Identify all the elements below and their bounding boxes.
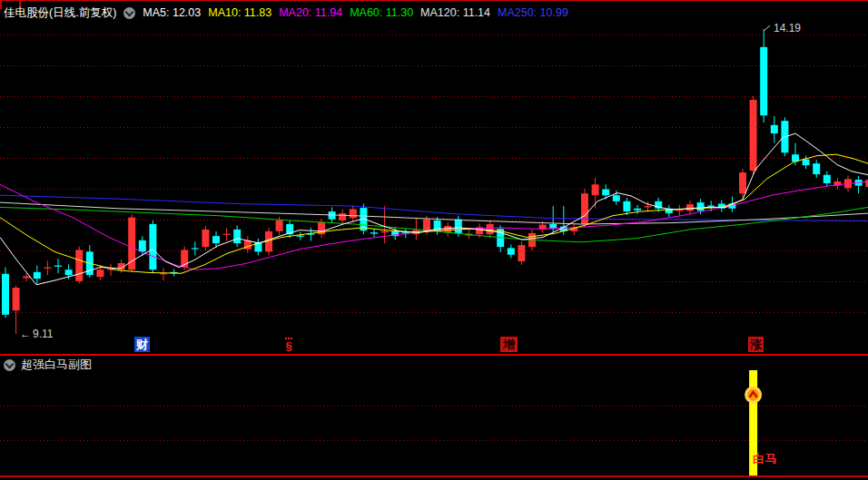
chart-header: 佳电股份(日线.前复权) MA5: 12.03 MA10: 11.83 MA20… [4, 5, 568, 20]
chart-window: 佳电股份(日线.前复权) MA5: 12.03 MA10: 11.83 MA20… [0, 0, 868, 480]
candles-layer [2, 29, 868, 334]
panel-divider-line [0, 354, 868, 356]
chevron-down-icon[interactable] [123, 7, 135, 19]
ma-lines-layer [0, 133, 868, 285]
ma250-indicator-label: MA250: 10.99 [498, 5, 568, 20]
high-price-label: 14.19 [774, 23, 801, 34]
bottom-border-line [0, 475, 868, 477]
low-price-label: ← 9.11 [20, 328, 53, 340]
ma10-indicator-label: MA10: 11.83 [208, 5, 271, 20]
axis-marker-zhang[interactable]: 涨 [748, 337, 764, 352]
ma20-indicator-label: MA20: 11.94 [279, 5, 342, 20]
subpanel-title: 超强白马副图 [21, 358, 92, 372]
signal-text-label: 白马 [753, 451, 778, 467]
signal-marker-icon [746, 387, 761, 402]
chevron-down-icon-subpanel[interactable] [4, 359, 15, 371]
axis-marker-cai[interactable]: 财 [134, 337, 150, 352]
candlestick-chart[interactable] [0, 0, 868, 480]
ma-line-MA250 [0, 195, 868, 221]
subpanel-header: 超强白马副图 [4, 358, 92, 372]
ma120-indicator-label: MA120: 11.14 [420, 5, 490, 20]
left-arrow-icon: ← [20, 328, 31, 340]
top-left-tick [0, 0, 2, 9]
axis-marker-zeng[interactable]: 增 [500, 337, 518, 352]
ma60-indicator-label: MA60: 11.30 [350, 5, 413, 20]
axis-marker-section[interactable]: § [282, 334, 295, 352]
top-border-line [0, 0, 868, 1]
high-label-pointer-line [764, 25, 770, 31]
ma5-indicator-label: MA5: 12.03 [143, 5, 201, 20]
page-title: 佳电股份(日线.前复权) [4, 5, 116, 20]
